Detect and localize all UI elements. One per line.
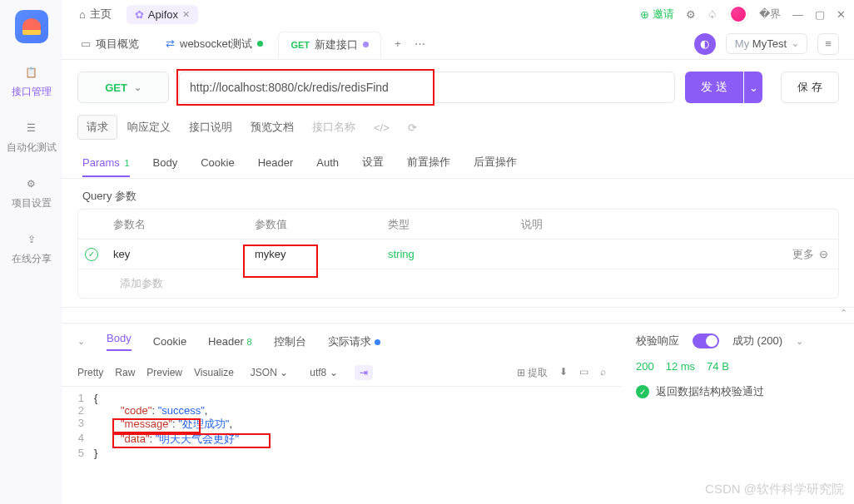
col-type: 类型 xyxy=(380,217,513,232)
tab-new-request[interactable]: GET 新建接口 xyxy=(278,32,381,58)
query-title: Query 参数 xyxy=(62,179,854,209)
row-check[interactable]: ✓ xyxy=(85,248,98,261)
search-icon[interactable]: ⌕ xyxy=(600,366,606,380)
tab-resp-header[interactable]: Header 8 xyxy=(208,335,251,348)
tab-resp-body[interactable]: Body xyxy=(107,332,132,351)
bell-icon[interactable]: ♤ xyxy=(708,8,717,21)
request-tabs: ▭ 项目概览 ⇄ websocket测试 GET 新建接口 + ⋯ ◐ My M… xyxy=(62,28,854,60)
avatar[interactable] xyxy=(729,5,747,23)
gear-icon: ✿ xyxy=(135,8,144,21)
view-pretty[interactable]: Pretty xyxy=(77,367,103,378)
tab-params[interactable]: Params 1 xyxy=(82,156,130,177)
response-meta: 校验响应 成功 (200) ⌄ 200 12 ms 74 B ✓ 返回数据结构校… xyxy=(621,324,854,464)
send-label: 发 送 xyxy=(701,80,727,95)
response-time: 12 ms xyxy=(666,360,695,373)
gear-icon[interactable]: ⚙ xyxy=(686,8,696,21)
tab-websocket[interactable]: ⇄ websocket测试 xyxy=(154,32,275,57)
unsaved-dot xyxy=(363,42,369,47)
send-button[interactable]: 发 送 xyxy=(685,72,743,103)
tab-console[interactable]: 控制台 xyxy=(274,334,306,349)
tab-label: 项目概览 xyxy=(96,37,139,52)
tab-resp-cookie[interactable]: Cookie xyxy=(153,335,186,348)
status-text: 成功 (200) xyxy=(732,334,782,348)
view-raw[interactable]: Raw xyxy=(115,367,135,378)
encoding-select[interactable]: utf8 ⌄ xyxy=(305,364,342,381)
tab-cookie[interactable]: Cookie xyxy=(201,156,234,169)
home-tab[interactable]: ⌂ 主页 xyxy=(71,3,120,25)
send-dropdown[interactable]: ⌄ xyxy=(744,72,762,103)
chevron-down-icon[interactable]: ⌄ xyxy=(796,336,803,347)
menu-button[interactable]: ≡ xyxy=(817,33,839,55)
tab-settings[interactable]: 设置 xyxy=(362,155,384,170)
extract-button[interactable]: ⊞ 提取 xyxy=(517,366,548,380)
param-value: mykey xyxy=(255,248,286,260)
add-param-button[interactable]: 添加参数 xyxy=(78,269,838,298)
home-label: 主页 xyxy=(90,7,112,22)
workspace-dropdown[interactable]: My MyTest MyTest xyxy=(726,33,807,54)
settings-icon: ⚙ xyxy=(22,175,41,193)
validation-msg: 返回数据结构校验通过 xyxy=(656,384,764,399)
tab-label: Apifox xyxy=(148,8,178,21)
tab-pre[interactable]: 前置操作 xyxy=(407,155,450,170)
url-input[interactable]: http://localhost:8080/ck/redis/redisFind xyxy=(179,72,675,103)
method-select[interactable]: GET ⌄ xyxy=(77,72,169,103)
sidebar-item-test[interactable]: ☰ 自动化测试 xyxy=(7,119,57,155)
validate-label: 校验响应 xyxy=(636,334,679,348)
status-code: 200 xyxy=(636,360,654,373)
format-select[interactable]: JSON ⌄ xyxy=(246,364,293,381)
param-value-input[interactable]: mykey xyxy=(246,248,380,260)
more-tabs-button[interactable]: ⋯ xyxy=(415,37,425,50)
tab-overview[interactable]: ▭ 项目概览 xyxy=(69,32,151,57)
sidebar-item-share[interactable]: ⇪ 在线分享 xyxy=(12,230,52,266)
close-window-icon[interactable]: ✕ xyxy=(837,8,846,21)
format-button[interactable]: ⇥ xyxy=(355,365,373,380)
home-icon: ⌂ xyxy=(79,8,86,21)
row-actions[interactable]: 更多 ⊖ xyxy=(780,247,838,262)
overview-icon: ▭ xyxy=(81,37,91,50)
tab-body[interactable]: Body xyxy=(153,156,178,169)
tab-auth[interactable]: Auth xyxy=(316,156,339,169)
view-visualize[interactable]: Visualize xyxy=(194,367,234,378)
ws-icon: ⇄ xyxy=(166,37,175,50)
app-tab[interactable]: ✿ Apifox ✕ xyxy=(127,5,198,24)
watermark: CSDN @软件科学研究院 xyxy=(705,482,844,497)
param-type-select[interactable]: string xyxy=(380,248,513,260)
minimize-icon[interactable]: — xyxy=(792,8,803,21)
save-button[interactable]: 保 存 xyxy=(781,72,839,103)
request-section-tabs: 请求 响应定义 接口说明 预览文档 接口名称 </> ⟳ xyxy=(62,115,854,140)
api-name-input[interactable]: 接口名称 xyxy=(304,116,364,139)
view-preview[interactable]: Preview xyxy=(146,367,182,378)
close-icon[interactable]: ✕ xyxy=(182,9,190,20)
refresh-icon[interactable]: ⟳ xyxy=(400,117,425,138)
sidebar-item-api[interactable]: 📋 接口管理 xyxy=(12,63,52,99)
tab-preview-doc[interactable]: 预览文档 xyxy=(242,116,302,139)
titlebar: ⌂ 主页 ✿ Apifox ✕ ⊕ 邀请 ⚙ ♤ �界 — ▢ ✕ xyxy=(62,0,854,28)
sidebar-item-settings[interactable]: ⚙ 项目设置 xyxy=(12,175,52,210)
pin-icon[interactable]: �界 xyxy=(759,7,781,22)
minus-icon[interactable]: ⊖ xyxy=(819,248,828,260)
status-dot xyxy=(375,339,380,345)
invite-button[interactable]: ⊕ 邀请 xyxy=(640,7,674,22)
param-name-input[interactable]: key xyxy=(105,248,246,260)
tab-header[interactable]: Header xyxy=(258,156,294,169)
tab-actual-request[interactable]: 实际请求 xyxy=(328,334,380,349)
user-icon: ⊕ xyxy=(640,8,649,21)
code-icon: </> xyxy=(365,117,398,138)
maximize-icon[interactable]: ▢ xyxy=(815,8,825,21)
method-label: GET xyxy=(105,82,127,94)
invite-label: 邀请 xyxy=(653,7,674,22)
tab-request[interactable]: 请求 xyxy=(77,115,117,140)
api-icon: 📋 xyxy=(22,63,41,82)
tab-api-desc[interactable]: 接口说明 xyxy=(181,116,241,139)
tab-response-def[interactable]: 响应定义 xyxy=(119,116,179,139)
chevron-icon[interactable]: ⌄ xyxy=(77,336,85,347)
validate-toggle[interactable] xyxy=(693,334,719,348)
status-dot xyxy=(257,41,263,47)
download-icon[interactable]: ⬇ xyxy=(559,366,568,380)
query-table: 参数名 参数值 类型 说明 ✓ key mykey string 更多 ⊖ 添加… xyxy=(77,209,839,299)
copy-icon[interactable]: ▭ xyxy=(579,366,588,380)
collapse-bar[interactable]: ⌃ xyxy=(62,307,854,324)
add-tab-button[interactable]: + xyxy=(385,37,411,50)
env-button[interactable]: ◐ xyxy=(694,33,716,55)
tab-post[interactable]: 后置操作 xyxy=(474,155,517,170)
